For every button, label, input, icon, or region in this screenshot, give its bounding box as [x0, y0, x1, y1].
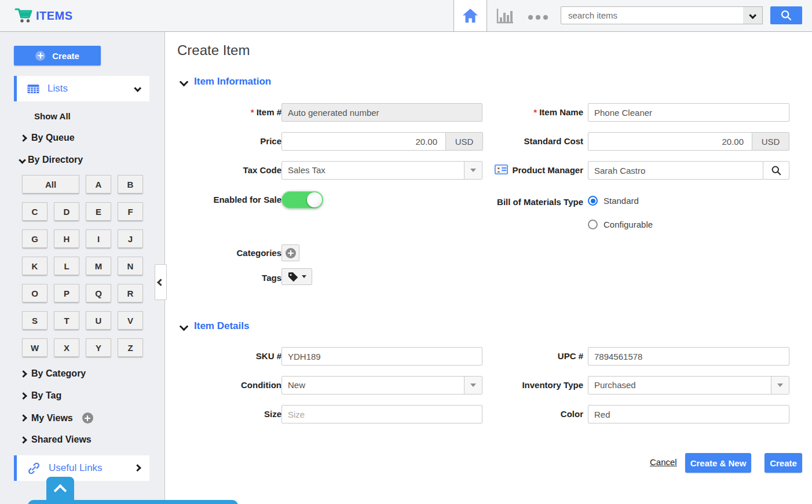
add-view-icon[interactable]: [82, 412, 93, 423]
sidebar-item-by-tag[interactable]: By Tag: [21, 390, 61, 401]
price-input[interactable]: [281, 132, 446, 151]
standard-cost-label: Standard Cost: [467, 136, 583, 147]
size-input[interactable]: [281, 405, 482, 423]
directory-letter-button[interactable]: X: [54, 338, 79, 357]
chevron-right-icon: [20, 134, 27, 142]
sidebar: Create Lists Show All By Queue By Direct…: [0, 32, 165, 504]
standard-cost-input[interactable]: [588, 132, 752, 151]
inventory-type-select[interactable]: Purchased: [588, 376, 789, 395]
directory-letter-button[interactable]: E: [86, 202, 111, 221]
directory-letter-button[interactable]: I: [86, 229, 111, 248]
categories-label: Categories: [166, 248, 281, 258]
upc-label: UPC #: [467, 351, 583, 361]
directory-letter-button[interactable]: R: [118, 284, 143, 302]
directory-letter-button[interactable]: N: [118, 257, 143, 275]
directory-letter-button[interactable]: V: [118, 311, 143, 330]
directory-letter-button[interactable]: Y: [86, 338, 111, 357]
page-title: Create Item: [177, 42, 250, 59]
tax-code-select[interactable]: Sales Tax: [281, 161, 482, 180]
directory-letter-button[interactable]: C: [22, 202, 47, 221]
chevron-left-icon: [157, 279, 164, 286]
directory-letter-button[interactable]: Q: [86, 284, 111, 302]
cancel-link[interactable]: Cancel: [650, 457, 677, 467]
color-input[interactable]: [588, 405, 789, 423]
condition-select[interactable]: New: [281, 376, 482, 395]
sidebar-item-my-views[interactable]: My Views: [21, 412, 93, 423]
directory-letter-button[interactable]: D: [54, 202, 79, 221]
app-title: ITEMS: [36, 9, 73, 23]
sidebar-item-shared-views[interactable]: Shared Views: [21, 434, 92, 445]
create-item-form: Create Item Item Information *Item # *It…: [166, 32, 812, 504]
directory-letter-button[interactable]: H: [54, 229, 79, 248]
create-button-footer[interactable]: Create: [765, 453, 802, 473]
sidebar-item-by-category[interactable]: By Category: [21, 368, 86, 379]
chevron-down-icon: [180, 322, 189, 331]
directory-all-button[interactable]: All: [22, 175, 79, 193]
more-options-icon[interactable]: [528, 12, 548, 22]
sidebar-item-label: Shared Views: [31, 434, 92, 445]
chevron-down-icon: [134, 85, 141, 92]
section-item-information[interactable]: Item Information: [181, 76, 271, 87]
home-button[interactable]: [453, 0, 487, 31]
create-button[interactable]: Create: [14, 46, 101, 65]
directory-letter-button[interactable]: A: [86, 175, 111, 193]
inventory-type-label: Inventory Type: [467, 380, 583, 390]
bar-chart-icon[interactable]: [495, 8, 515, 25]
directory-letter-button[interactable]: L: [54, 257, 79, 275]
price-label: Price: [166, 136, 281, 147]
toggle-knob: [307, 192, 322, 207]
radio-label: Configurable: [603, 220, 653, 229]
directory-letter-button[interactable]: B: [118, 175, 143, 193]
sidebar-item-by-directory[interactable]: By Directory: [20, 155, 83, 165]
radio-unselected-icon[interactable]: [588, 220, 598, 229]
directory-letter-button[interactable]: M: [86, 257, 111, 275]
bom-type-label: Bill of Materials Type: [467, 197, 583, 207]
sidebar-item-useful-links[interactable]: Useful Links: [14, 455, 149, 481]
home-icon: [462, 8, 479, 24]
item-name-input[interactable]: [588, 103, 789, 122]
search-icon: [771, 165, 782, 176]
directory-letter-button[interactable]: T: [54, 311, 79, 330]
directory-letter-button[interactable]: J: [118, 229, 143, 248]
sidebar-item-label: Show All: [34, 111, 71, 121]
sidebar-item-label: Useful Links: [49, 462, 103, 474]
bom-type-option-configurable[interactable]: Configurable: [588, 220, 653, 229]
radio-selected-icon[interactable]: [588, 196, 598, 206]
dropdown-arrow-icon[interactable]: [771, 377, 789, 394]
product-manager-lookup-button[interactable]: [763, 161, 789, 180]
tags-dropdown-button[interactable]: [281, 268, 312, 285]
directory-letter-button[interactable]: P: [54, 284, 79, 302]
directory-letter-button[interactable]: F: [118, 202, 143, 221]
product-manager-input[interactable]: [588, 161, 763, 180]
item-number-input[interactable]: [281, 103, 482, 122]
sku-input[interactable]: [281, 347, 482, 366]
sidebar-item-show-all[interactable]: Show All: [34, 111, 71, 121]
directory-letter-button[interactable]: Z: [118, 338, 143, 357]
sidebar-item-label: By Queue: [31, 133, 75, 143]
cart-icon: [14, 5, 34, 25]
enabled-for-sale-toggle[interactable]: [281, 191, 323, 209]
enabled-for-sale-label: Enabled for Sale: [166, 195, 281, 205]
directory-letter-button[interactable]: U: [86, 311, 111, 330]
create-and-new-button[interactable]: Create & New: [685, 453, 751, 473]
search-button[interactable]: [770, 6, 802, 24]
upc-input[interactable]: [588, 347, 789, 366]
sidebar-item-by-queue[interactable]: By Queue: [21, 133, 75, 143]
search-input[interactable]: [561, 6, 744, 24]
directory-letter-button[interactable]: K: [22, 257, 47, 275]
sidebar-item-lists[interactable]: Lists: [14, 76, 149, 101]
add-category-button[interactable]: [281, 244, 299, 261]
chevron-down-icon: [180, 77, 189, 86]
sidebar-item-label: By Category: [31, 368, 86, 379]
section-item-details[interactable]: Item Details: [181, 320, 249, 332]
directory-letter-button[interactable]: S: [22, 311, 47, 330]
sidebar-collapse-handle[interactable]: [155, 264, 167, 300]
chevron-right-icon: [20, 436, 27, 444]
bottom-panel-expand-button[interactable]: [46, 477, 74, 504]
bom-type-option-standard[interactable]: Standard: [588, 196, 639, 206]
link-icon: [27, 462, 41, 475]
directory-letter-button[interactable]: W: [22, 338, 47, 357]
directory-letter-button[interactable]: O: [22, 284, 47, 302]
directory-letter-button[interactable]: G: [22, 229, 47, 248]
search-scope-dropdown[interactable]: [743, 6, 763, 24]
